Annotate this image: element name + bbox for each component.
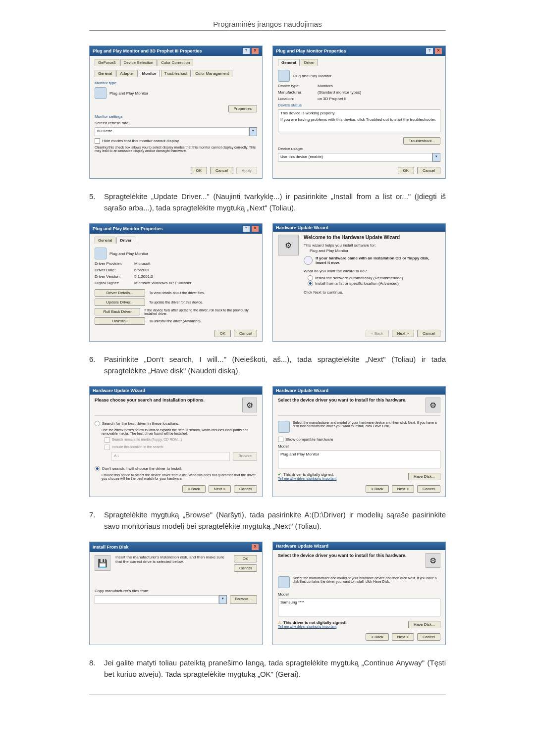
header-rule <box>89 30 446 31</box>
opt-dont-search[interactable]: Don't search. I will choose the driver t… <box>95 466 257 471</box>
back-button[interactable]: < Back <box>366 633 389 641</box>
wizard-continue: Click Next to continue. <box>304 290 440 295</box>
device-status-box: This device is working properly. If you … <box>278 109 440 132</box>
cancel-button[interactable]: Cancel <box>234 564 257 572</box>
browse-button[interactable]: Browse... <box>230 595 257 604</box>
tab-monitor[interactable]: Monitor <box>139 70 160 77</box>
properties-button[interactable]: Properties <box>228 105 257 112</box>
dlg1-title: Plug and Play Monitor and 3D Prophet III… <box>93 49 202 53</box>
rollback-driver-button[interactable]: Roll Back Driver <box>95 308 140 315</box>
model-list[interactable]: Samsung **** <box>278 599 440 616</box>
tab-color-correction[interactable]: Color Correction <box>158 59 193 66</box>
uninstall-desc: To uninstall the driver (Advanced). <box>149 319 202 323</box>
chevron-down-icon[interactable]: ▾ <box>249 127 257 136</box>
next-button[interactable]: Next > <box>209 485 231 493</box>
kv-location: Location:on 3D Prophet III <box>278 97 440 101</box>
step-text: Pasirinkite „Don't search, I will..." (N… <box>104 354 446 376</box>
kv-device-type: Device type:Monitors <box>278 84 440 88</box>
signing-link[interactable]: Tell me why driver signing is important <box>278 625 347 628</box>
close-icon[interactable]: X <box>434 48 442 54</box>
opt-list[interactable]: Install from a list or specific location… <box>308 281 440 286</box>
dlg7-msg: Insert the manufacturer's installation d… <box>115 555 229 572</box>
model-label: Model <box>278 444 440 449</box>
cancel-button[interactable]: Cancel <box>210 167 233 174</box>
troubleshoot-button[interactable]: Troubleshoot... <box>403 137 440 145</box>
help-icon[interactable]: ? <box>242 225 250 232</box>
ok-button[interactable]: OK <box>234 555 257 562</box>
opt-auto[interactable]: Install the software automatically (Reco… <box>308 275 440 281</box>
driver-details-button[interactable]: Driver Details... <box>95 289 145 297</box>
tab-general[interactable]: General <box>95 237 115 244</box>
model-value: Samsung **** <box>280 600 304 605</box>
cd-icon <box>304 256 313 265</box>
dlg7-title: Install From Disk <box>93 545 129 550</box>
ok-button[interactable]: OK <box>191 167 208 174</box>
cancel-button[interactable]: Cancel <box>417 330 440 337</box>
wizard-icon: ⚙ <box>242 398 257 412</box>
tab-adapter[interactable]: Adapter <box>116 70 137 77</box>
chevron-down-icon[interactable]: ▾ <box>219 595 227 604</box>
wizard-welcome: Welcome to the Hardware Update Wizard <box>304 235 440 240</box>
next-button[interactable]: Next > <box>392 485 414 493</box>
device-icon <box>278 421 290 433</box>
copy-from-input[interactable] <box>95 595 219 604</box>
step-num: 6. <box>89 354 104 376</box>
device-usage-value[interactable]: Use this device (enable) <box>278 153 432 162</box>
hide-modes-checkbox[interactable]: Hide modes that this monitor cannot disp… <box>95 138 257 144</box>
cancel-button[interactable]: Cancel <box>417 167 440 174</box>
device-icon <box>278 576 290 588</box>
close-icon[interactable]: X <box>251 48 259 54</box>
wizard-icon: ⚙ <box>426 398 440 412</box>
update-driver-button[interactable]: Update Driver... <box>95 299 145 306</box>
dlg8-title: Hardware Update Wizard <box>276 544 328 549</box>
dlg8-header: Select the device driver you want to ins… <box>278 553 421 558</box>
step-num: 8. <box>89 657 104 680</box>
cancel-button[interactable]: Cancel <box>417 485 440 493</box>
location-input: A:\ <box>111 452 230 461</box>
dlg1-titlebar: Plug and Play Monitor and 3D Prophet III… <box>90 46 262 56</box>
ok-button[interactable]: OK <box>214 330 231 337</box>
tab-geforce3[interactable]: GeForce3 <box>95 59 119 66</box>
uninstall-button[interactable]: Uninstall <box>95 317 145 325</box>
tab-driver[interactable]: Driver <box>301 59 318 66</box>
kv-provider: Driver Provider:Microsoft <box>95 261 257 266</box>
dlg-wizard-select-driver: Hardware Update Wizard Select the device… <box>272 386 446 497</box>
close-icon[interactable]: X <box>251 544 259 551</box>
ok-button[interactable]: OK <box>398 167 415 174</box>
have-disk-button[interactable]: Have Disk... <box>408 621 440 628</box>
next-button[interactable]: Next > <box>392 330 414 337</box>
cancel-button[interactable]: Cancel <box>417 633 440 641</box>
status-line1: This device is working properly. <box>280 111 438 115</box>
refresh-rate-value[interactable]: 60 Hertz <box>95 127 249 136</box>
signed-text: This driver is digitally signed. <box>283 472 334 477</box>
device-usage-label: Device usage: <box>278 147 440 151</box>
opt-dont-search-desc: Choose this option to select the device … <box>102 473 257 480</box>
tab-color-mgmt[interactable]: Color Management <box>192 70 232 77</box>
cancel-button[interactable]: Cancel <box>234 330 257 337</box>
footer-rule <box>89 695 446 695</box>
close-icon[interactable]: X <box>251 225 259 232</box>
help-icon[interactable]: ? <box>426 48 433 54</box>
back-button[interactable]: < Back <box>182 485 206 493</box>
next-button[interactable]: Next > <box>392 633 414 641</box>
signing-link[interactable]: Tell me why driver signing is important <box>278 477 336 480</box>
dlg-wizard-search-options: Hardware Update Wizard Please choose you… <box>89 386 263 497</box>
disk-icon: 💾 <box>95 555 110 571</box>
tab-device-selection[interactable]: Device Selection <box>120 59 157 66</box>
model-value: Plug and Play Monitor <box>280 452 319 456</box>
chevron-down-icon[interactable]: ▾ <box>432 153 440 162</box>
tab-general[interactable]: General <box>95 70 115 77</box>
refresh-rate-label: Screen refresh rate: <box>95 121 257 125</box>
tab-driver[interactable]: Driver <box>116 237 135 244</box>
help-icon[interactable]: ? <box>242 48 250 54</box>
opt-search-best[interactable]: Search for the best driver in these loca… <box>95 421 257 426</box>
cancel-button[interactable]: Cancel <box>234 485 257 493</box>
dlg5-titlebar: Hardware Update Wizard <box>90 387 262 395</box>
model-list[interactable]: Plug and Play Monitor <box>278 451 440 468</box>
tab-troubleshoot[interactable]: Troubleshoot <box>161 70 191 77</box>
back-button[interactable]: < Back <box>366 485 389 493</box>
dlg-device-general: Plug and Play Monitor Properties ? X Gen… <box>272 46 446 179</box>
have-disk-button[interactable]: Have Disk... <box>408 473 440 480</box>
tab-general[interactable]: General <box>278 59 300 66</box>
chk-show-compat[interactable]: Show compatible hardware <box>278 437 440 442</box>
